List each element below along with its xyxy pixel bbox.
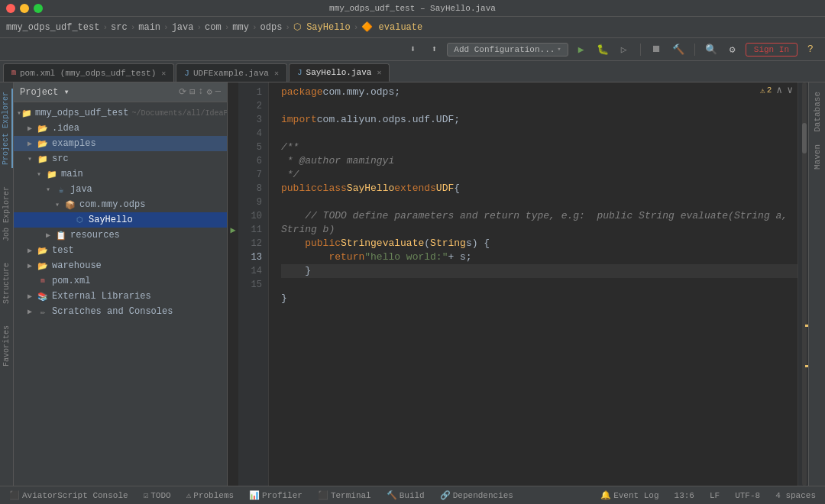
tree-item-java[interactable]: ▾ ☕ java — [14, 182, 227, 197]
vcs-update-button[interactable]: ⬇ — [404, 41, 421, 58]
aviator-console-button[interactable]: ⬛ AviatorScript Console — [6, 490, 131, 500]
project-explorer-tab[interactable]: Project Explorer — [0, 89, 13, 168]
line-num-2: 2 — [238, 99, 262, 113]
tree-item-src[interactable]: ▾ 📁 src — [14, 151, 227, 166]
maximize-button[interactable] — [34, 4, 43, 13]
encoding-indicator[interactable]: UTF-8 — [732, 491, 763, 500]
gutter-9 — [228, 195, 238, 209]
code-editor[interactable]: package com.mmy.odps; import com.aliyun.… — [269, 82, 798, 486]
run-configuration-button[interactable]: Add Configuration... ▾ — [447, 43, 568, 57]
tree-item-package[interactable]: ▾ 📦 com.mmy.odps — [14, 197, 227, 212]
run-button[interactable]: ▶ — [573, 41, 590, 58]
cursor-position-indicator[interactable]: 13:6 — [671, 491, 697, 500]
problems-icon: ⚠ — [186, 490, 192, 500]
code-line-13: } — [281, 264, 798, 278]
terminal-button[interactable]: ⬛ Terminal — [315, 490, 374, 500]
expand-warnings-button[interactable]: ∧ — [776, 84, 782, 96]
sort-icon[interactable]: ↕ — [198, 86, 203, 98]
breadcrumb-class[interactable]: ⬡ SayHello — [293, 21, 351, 33]
sync-icon[interactable]: ⟳ — [179, 86, 186, 98]
structure-tab[interactable]: Structure — [1, 260, 12, 307]
todo-button[interactable]: ☑ TODO — [141, 490, 174, 500]
project-tree: ▾ 📁 mmy_odps_udf_test ~/Documents/all/Id… — [14, 102, 227, 486]
collapse-warnings-button[interactable]: ∨ — [787, 84, 793, 96]
tree-item-root[interactable]: ▾ 📁 mmy_odps_udf_test ~/Documents/all/Id… — [14, 105, 227, 121]
scratches-icon: ✏ — [37, 305, 49, 318]
tree-item-pom[interactable]: m pom.xml — [14, 273, 227, 289]
tab-close-pom[interactable]: ✕ — [161, 69, 166, 78]
editor-scrollbar[interactable] — [798, 82, 808, 486]
line-numbers: 1 2 3 4 5 6 7 8 9 10 11 12 13 14 15 — [238, 82, 269, 486]
separator — [640, 44, 641, 56]
help-button[interactable]: ? — [802, 41, 819, 58]
maven-icon: m — [37, 275, 49, 287]
tab-label-say: SayHello.java — [306, 68, 372, 77]
code-line-8: public class SayHello extends UDF { — [281, 182, 798, 195]
tree-item-idea[interactable]: ▶ 📂 .idea — [14, 121, 227, 136]
code-line-3: import com.aliyun.odps.udf.UDF; — [281, 113, 798, 127]
tree-item-examples[interactable]: ▶ 📂 examples — [14, 136, 227, 151]
collapse-all-icon[interactable]: ⊟ — [189, 86, 195, 98]
settings-button[interactable]: ⚙ — [724, 41, 741, 58]
breadcrumb-src[interactable]: src — [111, 22, 128, 33]
maven-tab[interactable]: Maven — [810, 138, 825, 176]
gutter-15 — [228, 278, 238, 292]
build-button[interactable]: 🔨 — [670, 41, 687, 58]
profiler-button[interactable]: 📊 Profiler — [246, 490, 306, 500]
line-num-9: 9 — [238, 195, 262, 209]
indentation-indicator[interactable]: 4 spaces — [772, 491, 819, 500]
settings-icon[interactable]: ⚙ — [207, 86, 212, 98]
minimize-button[interactable] — [20, 4, 29, 13]
sign-in-button[interactable]: Sign In — [746, 43, 798, 57]
line-num-5: 5 — [238, 141, 262, 154]
terminal-icon: ⬛ — [318, 490, 328, 500]
breadcrumb-method[interactable]: 🔶 evaluate — [361, 21, 422, 33]
tree-item-ext-libs[interactable]: ▶ 📚 External Libraries — [14, 289, 227, 304]
tree-item-resources[interactable]: ▶ 📋 resources — [14, 228, 227, 243]
problems-button[interactable]: ⚠ Problems — [183, 490, 237, 500]
scrollbar-thumb[interactable] — [802, 123, 807, 153]
gutter-3 — [228, 113, 238, 127]
tab-udf[interactable]: J UDFExample.java ✕ — [176, 63, 287, 82]
run-with-coverage-button[interactable]: ▷ — [616, 41, 632, 58]
breadcrumb-com[interactable]: com — [205, 22, 222, 33]
code-line-7: */ — [281, 168, 798, 182]
job-explorer-tab[interactable]: Job Explorer — [1, 183, 12, 244]
project-dropdown-button[interactable]: Project ▾ — [20, 86, 70, 98]
test-folder-icon: 📂 — [37, 244, 49, 257]
tree-item-test[interactable]: ▶ 📂 test — [14, 243, 227, 258]
tab-close-say[interactable]: ✕ — [377, 68, 381, 77]
code-container: ▶ 1 2 3 4 5 6 7 8 9 10 11 12 13 — [228, 82, 808, 486]
tree-item-warehouse[interactable]: ▶ 📂 warehouse — [14, 258, 227, 273]
code-line-11: public String evaluate ( String s) { — [281, 237, 798, 250]
examples-folder-icon: 📂 — [37, 137, 49, 150]
line-num-15: 15 — [238, 278, 262, 292]
breadcrumb-project[interactable]: mmy_odps_udf_test — [6, 22, 99, 33]
stop-button[interactable]: ⏹ — [649, 41, 665, 58]
breadcrumb-java[interactable]: java — [172, 22, 194, 33]
gutter-13 — [228, 250, 238, 264]
search-everywhere-button[interactable]: 🔍 — [703, 41, 720, 58]
tree-item-main[interactable]: ▾ 📁 main — [14, 166, 227, 182]
tree-label-scratches: Scratches and Consoles — [52, 306, 173, 317]
dependencies-button[interactable]: 🔗 Dependencies — [437, 490, 516, 500]
breadcrumb-mmy[interactable]: mmy — [232, 22, 249, 33]
tree-item-sayhello[interactable]: ⬡ SayHello — [14, 212, 227, 228]
tab-close-udf[interactable]: ✕ — [274, 69, 279, 78]
favorites-tab[interactable]: Favorites — [1, 322, 12, 370]
gutter-run-11[interactable]: ▶ — [228, 223, 238, 237]
tab-pom[interactable]: m pom.xml (mmy_odps_udf_test) ✕ — [3, 63, 174, 82]
breadcrumb-main[interactable]: main — [138, 22, 160, 33]
tab-sayhello[interactable]: J SayHello.java ✕ — [289, 63, 390, 82]
database-tab[interactable]: Database — [810, 86, 825, 138]
tree-item-scratches[interactable]: ▶ ✏ Scratches and Consoles — [14, 304, 227, 319]
close-button[interactable] — [6, 4, 15, 13]
event-log-button[interactable]: 🔔 Event Log — [597, 490, 662, 500]
debug-button[interactable]: 🐛 — [594, 41, 611, 58]
warning-badge[interactable]: ⚠ 2 — [760, 86, 772, 95]
line-ending-indicator[interactable]: LF — [707, 491, 723, 500]
vcs-push-button[interactable]: ⬆ — [425, 41, 442, 58]
minimize-panel-icon[interactable]: — — [215, 86, 221, 98]
breadcrumb-odps[interactable]: odps — [260, 22, 283, 33]
build-button-status[interactable]: 🔨 Build — [383, 490, 428, 500]
